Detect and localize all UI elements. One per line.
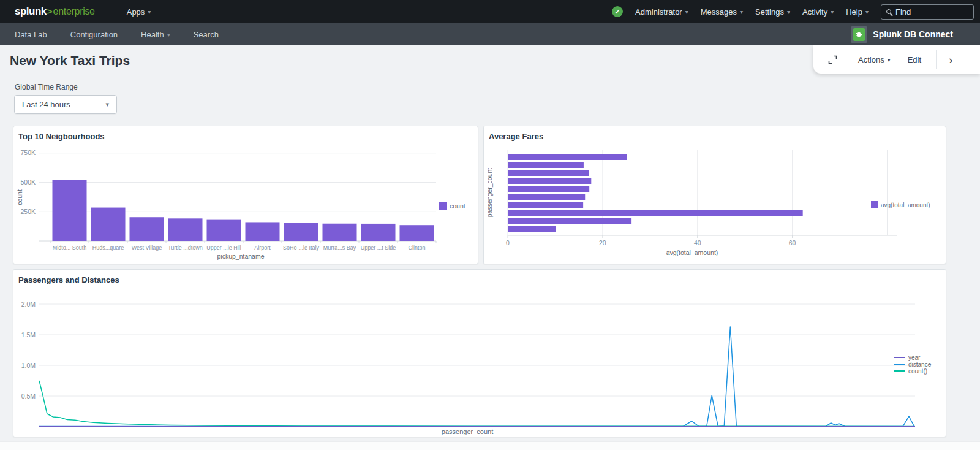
legend-label: avg(total_amount) — [881, 202, 930, 208]
x-category-label: Upper ...t Side — [361, 245, 396, 251]
caret-down-icon: ▾ — [148, 9, 151, 15]
bar-airport[interactable] — [246, 222, 280, 241]
bar-soho-le-italy[interactable] — [284, 223, 318, 241]
plug-glyph — [855, 31, 863, 39]
appnav-item-configuration[interactable]: Configuration — [70, 30, 118, 39]
bar-turtle-dtown[interactable] — [168, 218, 203, 241]
bar-midto-south[interactable] — [53, 180, 87, 241]
bar-passenger-count-1[interactable] — [508, 162, 584, 168]
time-range-dropdown[interactable]: Last 24 hours ▾ — [14, 95, 117, 114]
edit-button[interactable]: Edit — [908, 55, 921, 64]
bar-upper-t-side[interactable] — [361, 224, 396, 241]
x-category-label: Murra...s Bay — [323, 245, 356, 251]
topnav-menu-administrator[interactable]: Administrator▾ — [635, 7, 688, 17]
bar-chart-canvas[interactable]: 250K500K750KMidto... SouthHuds...quareWe… — [13, 142, 474, 262]
bar-passenger-count-8[interactable] — [508, 218, 631, 224]
topnav-menus: Administrator▾Messages▾Settings▾Activity… — [635, 7, 869, 17]
bar-upper-ie-hill[interactable] — [207, 220, 241, 241]
legend-label: distance — [908, 361, 932, 368]
x-category-label: SoHo-...le Italy — [283, 245, 320, 251]
series-line-distance[interactable] — [39, 327, 914, 427]
menu-label: Activity — [802, 7, 827, 17]
caret-down-icon: ▾ — [888, 56, 891, 63]
x-category-label: Turtle ...dtown — [168, 245, 203, 251]
x-tick-label: 20 — [599, 239, 606, 246]
appnav-item-health[interactable]: Health▾ — [141, 30, 170, 39]
bar-huds-quare[interactable] — [91, 208, 126, 241]
menu-label: Help — [846, 7, 862, 17]
app-navigation-bar: Data LabConfigurationHealth▾Search Splun… — [0, 23, 980, 45]
appnav-item-data-lab[interactable]: Data Lab — [15, 30, 47, 39]
x-tick-label: 40 — [694, 239, 701, 246]
find-input[interactable] — [895, 7, 963, 17]
divider — [936, 50, 937, 69]
caret-down-icon: ▾ — [787, 9, 790, 15]
dashboard-panels: Top 10 Neigbourhoods 250K500K750KMidto..… — [13, 126, 946, 437]
fullscreen-icon[interactable] — [828, 55, 837, 64]
y-tick-label: 1.5M — [21, 331, 36, 338]
series-line-count-[interactable] — [39, 381, 915, 426]
caret-down-icon: ▾ — [831, 9, 834, 15]
bar-passenger-count-5[interactable] — [508, 194, 585, 200]
line-chart-canvas[interactable]: 0.5M1.0M1.5M2.0Mpassenger_countyeardista… — [13, 286, 942, 437]
time-range-value: Last 24 hours — [22, 100, 70, 109]
x-axis-title: pickup_ntaname — [217, 253, 264, 260]
caret-down-icon: ▾ — [105, 101, 109, 109]
bar-passenger-count-2[interactable] — [508, 170, 589, 176]
menu-label: Administrator — [635, 7, 682, 17]
chevron-right-button[interactable]: › — [949, 54, 952, 66]
chart-title: Top 10 Neigbourhoods — [13, 126, 478, 141]
caret-down-icon: ▾ — [167, 31, 170, 38]
dashboard-action-bar: Actions ▾ Edit › — [813, 45, 980, 74]
bar-passenger-count-6[interactable] — [508, 202, 583, 208]
topnav-menu-settings[interactable]: Settings▾ — [755, 7, 790, 17]
bar-passenger-count-3[interactable] — [508, 178, 591, 184]
horizontal-scrollbar[interactable] — [0, 441, 980, 450]
panel-top-10-neighbourhoods: Top 10 Neigbourhoods 250K500K750KMidto..… — [13, 126, 478, 264]
find-search-box[interactable] — [881, 4, 974, 20]
x-tick-label: 60 — [789, 239, 796, 246]
x-axis-title: avg(total_amount) — [666, 249, 718, 256]
y-axis-title: count — [16, 189, 23, 205]
x-tick-label: 0 — [506, 239, 510, 246]
panel-average-fares: Average Fares 0204060avg(total_amount)pa… — [483, 126, 946, 264]
apps-menu[interactable]: Apps ▾ — [127, 7, 151, 17]
legend-label: count — [450, 202, 466, 210]
chart-title: Passengers and Distances — [13, 270, 946, 284]
y-tick-label: 1.0M — [21, 362, 36, 369]
splunk-logo[interactable]: splunk > enterprise — [15, 6, 95, 18]
actions-menu-button[interactable]: Actions ▾ — [858, 55, 891, 64]
legend-label: year — [908, 354, 921, 361]
app-title: Splunk DB Connect — [873, 29, 953, 39]
panel-passengers-and-distances: Passengers and Distances 0.5M1.0M1.5M2.0… — [13, 269, 946, 437]
bar-chart-canvas[interactable]: 0204060avg(total_amount)passenger_counta… — [484, 142, 942, 260]
bar-passenger-count-7[interactable] — [508, 210, 803, 216]
top-10-neighbourhoods-chart[interactable]: 250K500K750KMidto... SouthHuds...quareWe… — [13, 142, 478, 264]
menu-label: Messages — [701, 7, 737, 17]
legend-swatch — [871, 201, 878, 208]
caret-down-icon: ▾ — [740, 9, 743, 15]
chart-title: Average Fares — [484, 126, 946, 141]
appnav-item-search[interactable]: Search — [194, 30, 219, 39]
logo-gt-icon: > — [47, 6, 53, 17]
health-status-icon[interactable]: ✓ — [612, 6, 623, 17]
x-category-label: Upper ...ie Hill — [206, 245, 241, 251]
bar-passenger-count-4[interactable] — [508, 186, 589, 192]
y-tick-label: 2.0M — [21, 300, 36, 308]
app-identity[interactable]: Splunk DB Connect — [851, 26, 980, 43]
bar-passenger-count-9[interactable] — [508, 226, 556, 232]
average-fares-chart[interactable]: 0204060avg(total_amount)passenger_counta… — [484, 142, 946, 262]
legend-swatch — [439, 202, 447, 210]
x-category-label: Huds...quare — [92, 245, 124, 251]
y-tick-label: 250K — [20, 208, 36, 215]
bar-passenger-count-0[interactable] — [508, 154, 627, 160]
passengers-and-distances-chart[interactable]: 0.5M1.0M1.5M2.0Mpassenger_countyeardista… — [13, 286, 946, 437]
caret-down-icon: ▾ — [685, 9, 688, 15]
bar-clinton[interactable] — [400, 225, 434, 241]
topnav-menu-messages[interactable]: Messages▾ — [701, 7, 743, 17]
topnav-menu-activity[interactable]: Activity▾ — [802, 7, 834, 17]
bar-murra-s-bay[interactable] — [323, 224, 357, 241]
db-connect-plug-icon — [851, 26, 867, 43]
bar-west-village[interactable] — [130, 217, 164, 241]
topnav-menu-help[interactable]: Help▾ — [846, 7, 869, 17]
